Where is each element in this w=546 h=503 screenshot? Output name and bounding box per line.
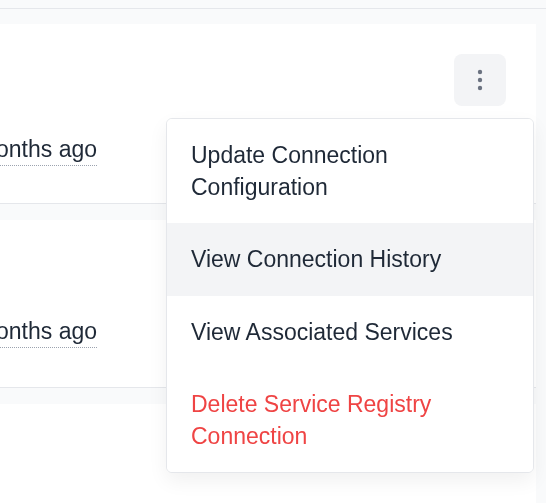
menu-item-view-history[interactable]: View Connection History — [167, 223, 533, 295]
menu-item-label: View Associated Services — [191, 319, 453, 345]
menu-item-label: Update Connection Configuration — [191, 142, 388, 200]
timestamp: onths ago — [0, 136, 97, 166]
svg-point-2 — [478, 86, 482, 90]
timestamp: onths ago — [0, 318, 97, 348]
svg-point-1 — [478, 78, 482, 82]
menu-item-delete-connection[interactable]: Delete Service Registry Connection — [167, 368, 533, 472]
menu-item-update-config[interactable]: Update Connection Configuration — [167, 119, 533, 223]
menu-item-view-services[interactable]: View Associated Services — [167, 296, 533, 368]
menu-item-label: Delete Service Registry Connection — [191, 391, 431, 449]
divider — [0, 8, 546, 9]
menu-item-label: View Connection History — [191, 246, 441, 272]
more-options-button[interactable] — [454, 54, 506, 106]
more-vertical-icon — [477, 68, 483, 92]
context-menu: Update Connection Configuration View Con… — [166, 118, 534, 473]
svg-point-0 — [478, 70, 482, 74]
